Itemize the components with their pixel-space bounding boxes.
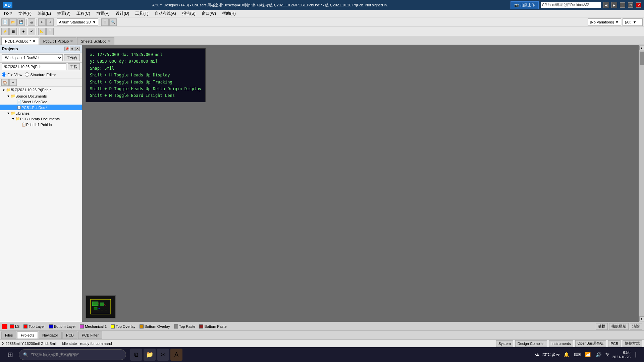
tab-close-0[interactable]: ✕ bbox=[33, 39, 35, 43]
pcb-thumbnail[interactable] bbox=[86, 295, 116, 318]
workspace-button[interactable]: 工作台 bbox=[64, 54, 80, 61]
panel-close-button[interactable]: ✕ bbox=[75, 47, 80, 51]
maximize-button[interactable]: □ bbox=[628, 2, 633, 8]
menu-item-v[interactable]: 察看(V) bbox=[54, 10, 73, 17]
menu-item-w[interactable]: 窗口(W) bbox=[199, 10, 219, 17]
clear-btn[interactable]: 清除 bbox=[630, 323, 642, 330]
toolbar-separator-3 bbox=[55, 19, 55, 25]
tree-sheet1[interactable]: 📄 Sheet1.SchDoc bbox=[0, 99, 82, 105]
layer-color-box[interactable] bbox=[2, 324, 7, 329]
layer-button[interactable]: ◈ bbox=[20, 28, 27, 35]
scroll-up-button[interactable]: ▲ bbox=[639, 46, 644, 50]
layer-item-5[interactable]: Bottom Overlay bbox=[138, 324, 171, 328]
menu-item-d[interactable]: 设计(D) bbox=[113, 10, 132, 17]
bottom-tab-pcb[interactable]: PCB bbox=[62, 331, 77, 339]
text-button[interactable]: T bbox=[46, 28, 54, 35]
layer-item-1[interactable]: Top Layer bbox=[22, 324, 46, 328]
nav-forward-button[interactable]: ▶ bbox=[611, 2, 617, 8]
tab-close-2[interactable]: ✕ bbox=[108, 39, 111, 43]
tree-pcb-lib-docs[interactable]: ▼ 📁 PCB Library Documents bbox=[0, 116, 82, 122]
tree-pcb1[interactable]: 📋 PCB1.PcbDoc * bbox=[0, 105, 82, 110]
wifi-icon[interactable]: 📶 bbox=[584, 351, 592, 359]
mask-btn[interactable]: 掩膜级别 bbox=[609, 323, 629, 330]
bottom-action-3[interactable]: OpenBus调色板 bbox=[575, 340, 606, 347]
bottom-tab-pcb-filter[interactable]: PCB Filter bbox=[78, 331, 102, 339]
zoom-fit-button[interactable]: ⊞ bbox=[101, 18, 109, 26]
start-button[interactable]: ⊞ bbox=[3, 347, 17, 362]
tab-0[interactable]: PCB1.PcbDoc *✕ bbox=[1, 37, 39, 45]
layer-item-3[interactable]: Mechanical 1 bbox=[78, 324, 108, 328]
minimize-button[interactable]: － bbox=[620, 2, 625, 8]
keyboard-icon[interactable]: ⌨ bbox=[573, 351, 581, 359]
scroll-thumb[interactable] bbox=[640, 52, 644, 65]
panel-pin-button[interactable]: 📌 bbox=[64, 47, 69, 51]
layer-item-6[interactable]: Top Paste bbox=[173, 324, 197, 328]
project-button[interactable]: 工程 bbox=[68, 63, 80, 70]
explorer-icon[interactable]: 📁 bbox=[144, 349, 156, 361]
capture-btn[interactable]: 捕捉 bbox=[596, 323, 608, 330]
upload-button[interactable]: 📷拍摄上传 bbox=[511, 1, 539, 9]
layer-item-0[interactable]: LS bbox=[9, 324, 21, 328]
notification-icon[interactable]: 🔔 bbox=[562, 351, 571, 359]
search-bar[interactable]: 🔍 在这里输入你要搜索的内容 bbox=[19, 349, 126, 360]
tree-home-button[interactable]: 🏠 bbox=[1, 79, 9, 86]
mail-icon[interactable]: ✉ bbox=[157, 349, 169, 361]
project-name-input[interactable] bbox=[2, 63, 66, 70]
panel-float-button[interactable]: ⬆ bbox=[70, 47, 74, 51]
variations-dropdown[interactable]: [No Variations]▼ bbox=[588, 18, 621, 26]
menu-item-s[interactable]: 报告(S) bbox=[179, 10, 198, 17]
bottom-tab-files[interactable]: Files bbox=[1, 331, 16, 339]
tree-add-button[interactable]: + bbox=[9, 79, 17, 86]
nav-back-button[interactable]: ◀ bbox=[603, 2, 609, 8]
taskview-icon[interactable]: ⧉ bbox=[130, 349, 142, 361]
new-button[interactable]: 📄 bbox=[1, 18, 9, 26]
scroll-down-button[interactable]: ▼ bbox=[639, 316, 644, 321]
menu-item-p[interactable]: 放置(P) bbox=[94, 10, 112, 17]
menu-item-c[interactable]: 工程(C) bbox=[74, 10, 93, 17]
menu-item-h[interactable]: 帮助(H) bbox=[219, 10, 238, 17]
vertical-scrollbar[interactable]: ▲ ▼ bbox=[639, 45, 644, 322]
tab-close-1[interactable]: ✕ bbox=[70, 39, 73, 43]
tree-pcblib1[interactable]: 📋 PcbLib1.PcbLib bbox=[0, 122, 82, 127]
open-button[interactable]: 📂 bbox=[9, 18, 17, 26]
filter-all-dropdown[interactable]: (All)▼ bbox=[623, 18, 643, 26]
measure-button[interactable]: 📐 bbox=[38, 28, 46, 35]
bottom-action-0[interactable]: System bbox=[496, 340, 513, 347]
bottom-action-1[interactable]: Design Compiler bbox=[515, 340, 547, 347]
bottom-tab-navigator[interactable]: Navigator bbox=[39, 331, 62, 339]
tree-source-docs[interactable]: ▼ 📁 Source Documents bbox=[0, 93, 82, 99]
tree-libraries[interactable]: ▼ 📁 Libraries bbox=[0, 110, 82, 116]
bottom-action-4[interactable]: PCB bbox=[608, 340, 621, 347]
content-area[interactable]: x: 12775.000 dx: 14535.000 mil y: 8850.0… bbox=[82, 45, 644, 322]
print-button[interactable]: 🖨 bbox=[28, 18, 35, 26]
bottom-action-5[interactable]: 快捷方式 bbox=[623, 340, 642, 347]
close-button[interactable]: ✕ bbox=[636, 2, 641, 8]
layer-item-7[interactable]: Bottom Paste bbox=[198, 324, 228, 328]
menu-item-t[interactable]: 工具(T) bbox=[132, 10, 151, 17]
bottom-action-2[interactable]: Instruments bbox=[549, 340, 573, 347]
zoom-in-button[interactable]: 🔍 bbox=[109, 18, 117, 26]
layer-item-4[interactable]: Top Overlay bbox=[109, 324, 137, 328]
tab-1[interactable]: PcbLib1.PcbLib✕ bbox=[40, 37, 76, 45]
file-view-radio[interactable]: File View bbox=[2, 72, 22, 77]
menu-item-a[interactable]: 自动布线(A) bbox=[152, 10, 179, 17]
altium-icon[interactable]: A bbox=[170, 349, 182, 361]
component-button[interactable]: ▦ bbox=[9, 28, 17, 35]
menu-item-dxp[interactable]: DXP bbox=[1, 11, 15, 17]
view-dropdown[interactable]: Altium Standard 2D▼ bbox=[57, 18, 98, 26]
save-button[interactable]: 💾 bbox=[17, 18, 25, 26]
tree-project-root[interactable]: ▼ 📁 练习2021.10.26.PrjPcb * bbox=[0, 87, 82, 93]
bottom-tab-projects[interactable]: Projects bbox=[17, 331, 38, 339]
menu-item-e[interactable]: 编辑(E) bbox=[35, 10, 54, 17]
undo-button[interactable]: ↩ bbox=[38, 18, 46, 26]
layer-item-2[interactable]: Bottom Layer bbox=[48, 324, 77, 328]
workspace-select[interactable]: Workspace1.DsnWrk bbox=[2, 54, 63, 61]
route-button[interactable]: ⚡ bbox=[1, 28, 9, 35]
tab-2[interactable]: Sheet1.SchDoc✕ bbox=[77, 37, 114, 45]
design-rule-button[interactable]: ✔ bbox=[28, 28, 35, 35]
menu-item-f[interactable]: 文件(F) bbox=[16, 10, 34, 17]
structure-editor-radio[interactable]: Structure Editor bbox=[25, 72, 56, 77]
redo-button[interactable]: ↪ bbox=[46, 18, 54, 26]
volume-icon[interactable]: 🔊 bbox=[595, 351, 603, 359]
show-desktop-icon[interactable]: ▏ bbox=[633, 351, 641, 359]
